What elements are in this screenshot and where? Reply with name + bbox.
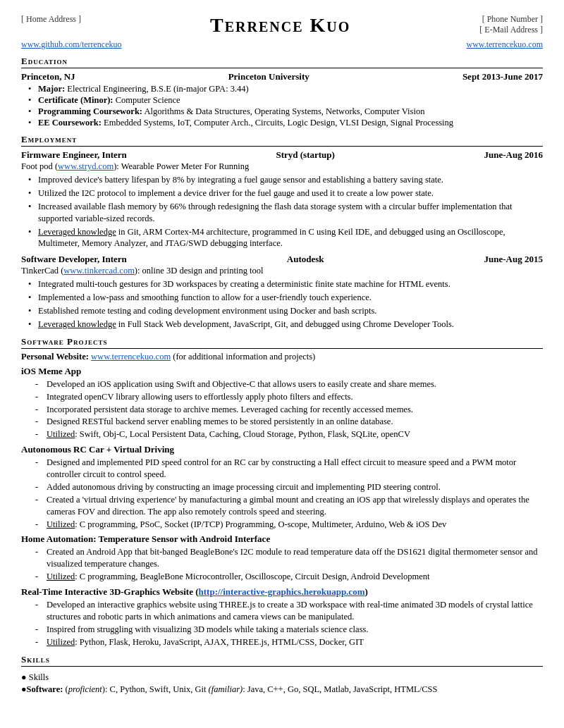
job2-bullet-2: Implemented a low-pass and smoothing fun… bbox=[28, 292, 543, 304]
full-name: Terrence Kuo bbox=[81, 14, 479, 37]
job1-date: June-Aug 2016 bbox=[484, 149, 543, 161]
edu-bullet-4: EE Coursework: Embedded Systems, IoT, Co… bbox=[28, 118, 543, 128]
job1-bullets: Improved device's battery lifespan by 8%… bbox=[28, 174, 543, 249]
job2-bullet-4: Leveraged knowledge in Full Stack Web de… bbox=[28, 319, 543, 331]
header-links: www.github.com/terrencekuo www.terrencek… bbox=[21, 39, 543, 50]
personal-website-link[interactable]: www.terrencekuo.com bbox=[91, 352, 171, 362]
home-address: [ Home Address ] bbox=[21, 14, 81, 24]
edu-bullet-3: Programming Coursework: Algorithms & Dat… bbox=[28, 106, 543, 117]
header: [ Home Address ] Terrence Kuo [ Phone Nu… bbox=[21, 14, 543, 37]
contact-block: [ Phone Number ] [ E-Mail Address ] bbox=[479, 14, 543, 35]
github-link[interactable]: www.github.com/terrencekuo bbox=[21, 39, 122, 50]
project3-dashes: Created an Android App that bit-banged B… bbox=[35, 546, 543, 583]
software-projects-title: Software Projects bbox=[21, 336, 543, 349]
job1-bullet-4: Leveraged knowledge in Git, ARM Cortex-M… bbox=[28, 226, 543, 250]
job1-bullet-1: Improved device's battery lifespan by 8%… bbox=[28, 174, 543, 186]
personal-website-line: Personal Website: www.terrencekuo.com (f… bbox=[21, 352, 543, 362]
job1-row: Firmware Engineer, Intern Stryd (startup… bbox=[21, 149, 543, 161]
job1-title: Firmware Engineer, Intern bbox=[21, 149, 127, 161]
education-row: Princeton, NJ Princeton University Sept … bbox=[21, 71, 543, 82]
project2-dashes: Designed and implemented PID speed contr… bbox=[35, 457, 543, 530]
edu-date: Sept 2013-June 2017 bbox=[462, 71, 543, 82]
job1-bullet-3: Increased available flash memory by 66% … bbox=[28, 201, 543, 225]
project3-name: Home Automation: Temperature Sensor with… bbox=[21, 533, 543, 545]
project1-dash-2: Integrated openCV library allowing users… bbox=[35, 391, 543, 403]
software-skills: ●Software: (proficient): C, Python, Swif… bbox=[21, 684, 543, 695]
project2-dash-2: Added autonomous driving by constructing… bbox=[35, 481, 543, 493]
job1-desc: Foot pod (www.stryd.com): Wearable Power… bbox=[21, 161, 543, 172]
name-block: Terrence Kuo bbox=[81, 14, 479, 37]
project2-dash-4: Utilized: C programming, PSoC, Socket (I… bbox=[35, 519, 543, 531]
edu-institution: Princeton University bbox=[228, 71, 309, 82]
project2-name: Autonomous RC Car + Virtual Driving bbox=[21, 444, 543, 455]
project4-dash-2: Inspired from struggling with visualizin… bbox=[35, 624, 543, 636]
project1-name: iOS Meme App bbox=[21, 366, 543, 377]
stryd-link[interactable]: www.stryd.com bbox=[58, 161, 114, 171]
job2-bullet-3: Established remote testing and coding de… bbox=[28, 305, 543, 317]
edu-location: Princeton, NJ bbox=[21, 71, 75, 82]
website-link-right[interactable]: www.terrencekuo.com bbox=[466, 39, 543, 50]
job2-title: Software Developer, Intern bbox=[21, 254, 127, 265]
personal-website-suffix: (for additional information and projects… bbox=[173, 352, 315, 362]
tinkercad-link[interactable]: www.tinkercad.com bbox=[63, 266, 135, 276]
project1-dash-3: Incorporated persistent data storage to … bbox=[35, 404, 543, 416]
skills-bullet: ● Skills bbox=[21, 672, 543, 683]
project4-dash-3: Utilized: Python, Flask, Heroku, JavaScr… bbox=[35, 636, 543, 648]
job1-bullet-2: Utilized the I2C protocol to implement a… bbox=[28, 187, 543, 199]
project4-dash-1: Developed an interactive graphics websit… bbox=[35, 599, 543, 623]
education-section-title: Education bbox=[21, 56, 543, 68]
job2-bullet-1: Integrated multi-touch gestures for 3D w… bbox=[28, 278, 543, 290]
job2-bullets: Integrated multi-touch gestures for 3D w… bbox=[28, 278, 543, 331]
skills-section-title: Skills bbox=[21, 654, 543, 667]
graphics-link[interactable]: http://interactive-graphics.herokuapp.co… bbox=[199, 586, 365, 597]
project2-dash-1: Designed and implemented PID speed contr… bbox=[35, 457, 543, 481]
phone-number: [ Phone Number ] bbox=[479, 14, 543, 25]
job1-company: Stryd (startup) bbox=[127, 149, 484, 161]
project1-dash-5: Utilized: Swift, Obj-C, Local Persistent… bbox=[35, 428, 543, 440]
job2-company: Autodesk bbox=[127, 254, 484, 265]
project1-dash-1: Developed an iOS application using Swift… bbox=[35, 378, 543, 390]
project1-dash-4: Designed RESTful backend server enabling… bbox=[35, 416, 543, 428]
address-block: [ Home Address ] bbox=[21, 14, 81, 25]
edu-bullet-1: Major: Electrical Engineering, B.S.E (in… bbox=[28, 84, 543, 94]
project4-name: Real-Time Interactive 3D-Graphics Websit… bbox=[21, 586, 543, 598]
job2-desc: TinkerCad (www.tinkercad.com): online 3D… bbox=[21, 266, 543, 276]
job2-row: Software Developer, Intern Autodesk June… bbox=[21, 254, 543, 265]
job2-date: June-Aug 2015 bbox=[484, 254, 543, 265]
education-bullets: Major: Electrical Engineering, B.S.E (in… bbox=[28, 84, 543, 128]
project3-dash-2: Utilized: C programming, BeagleBone Micr… bbox=[35, 571, 543, 583]
edu-bullet-2: Certificate (Minor): Computer Science bbox=[28, 95, 543, 106]
employment-section-title: Employment bbox=[21, 134, 543, 147]
email-address: [ E-Mail Address ] bbox=[479, 25, 543, 35]
skills-content: ● Skills ●Software: (proficient): C, Pyt… bbox=[21, 672, 543, 695]
project4-dashes: Developed an interactive graphics websit… bbox=[35, 599, 543, 648]
project1-dashes: Developed an iOS application using Swift… bbox=[35, 378, 543, 440]
project2-dash-3: Created a 'virtual driving experience' b… bbox=[35, 494, 543, 518]
project3-dash-1: Created an Android App that bit-banged B… bbox=[35, 546, 543, 570]
